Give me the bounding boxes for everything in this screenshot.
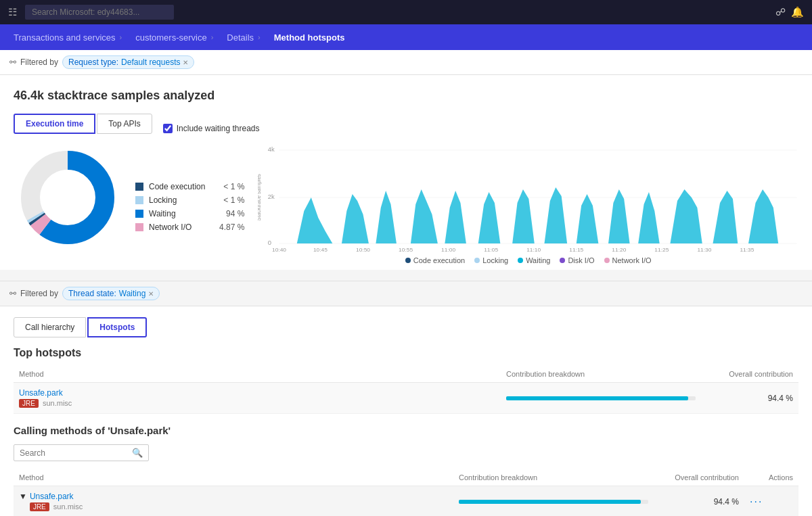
filter-tag-close[interactable]: ✕ — [183, 59, 188, 66]
svg-text:11:20: 11:20 — [612, 247, 627, 252]
svg-text:2k: 2k — [268, 193, 275, 200]
dot-locking — [474, 258, 480, 263]
legend-waiting: Waiting — [518, 256, 550, 264]
legend-disk-io: Disk I/O — [560, 256, 594, 264]
breadcrumb-label: customers-service — [135, 32, 206, 43]
breadcrumb-label: Method hotspots — [274, 32, 345, 43]
legend-item-locking: Locking < 1 % — [135, 195, 244, 205]
legend-label-waiting: Waiting — [149, 209, 205, 218]
label-waiting: Waiting — [526, 256, 550, 264]
svg-text:11:10: 11:10 — [527, 247, 541, 252]
include-waiting-threads-label: Include waiting threads — [177, 124, 260, 133]
filter-tag-close-2[interactable]: ✕ — [148, 290, 154, 298]
method-cell: Unsafe.park JRE sun.misc — [14, 383, 501, 414]
donut-svg — [14, 143, 122, 252]
chevron-icon: › — [211, 33, 214, 41]
search-input[interactable] — [25, 5, 174, 20]
actions-0[interactable]: ··· — [744, 486, 798, 517]
chat-icon[interactable]: ☍ — [775, 6, 786, 18]
tab-call-hierarchy[interactable]: Call hierarchy — [14, 317, 86, 337]
tab-execution-time[interactable]: Execution time — [14, 114, 95, 134]
request-type-filter-tag[interactable]: Request type: Default requests ✕ — [62, 55, 194, 69]
legend-code-exec: Code execution — [405, 256, 465, 264]
notification-icon[interactable]: 🔔 — [791, 6, 804, 18]
col-overall: Overall contribution — [704, 366, 798, 383]
chevron-icon: › — [120, 33, 122, 41]
search-icon: 🔍 — [132, 448, 143, 458]
filtered-by-label: Filtered by — [20, 57, 58, 67]
sub-tabs: Call hierarchy Hotspots — [14, 317, 798, 337]
dot-network-io — [604, 258, 610, 263]
contribution-cell — [501, 383, 704, 414]
progress-bar-container — [506, 396, 696, 400]
label-locking: Locking — [482, 256, 508, 264]
svg-text:10:45: 10:45 — [313, 247, 328, 252]
legend-item-code: Code execution < 1 % — [135, 182, 244, 191]
breadcrumb-label: Details — [227, 32, 254, 43]
legend-label-locking: Locking — [149, 195, 205, 205]
breadcrumb-customers-service[interactable]: customers-service › — [130, 32, 221, 43]
legend-color-network — [135, 223, 143, 231]
legend-locking: Locking — [474, 256, 508, 264]
legend-value-code: < 1 % — [210, 182, 244, 191]
method-sub-0: JRE sun.misc — [30, 502, 83, 511]
tab-top-apis[interactable]: Top APIs — [97, 114, 152, 134]
svg-text:11:15: 11:15 — [570, 247, 584, 252]
thread-state-filter-tag[interactable]: Thread state: Waiting ✕ — [62, 287, 160, 300]
package-0: sun.misc — [53, 502, 83, 511]
tab-hotspots[interactable]: Hotspots — [87, 317, 147, 337]
calling-col-method: Method — [14, 469, 453, 486]
method-name[interactable]: Unsafe.park — [19, 388, 495, 398]
calling-col-contribution: Contribution breakdown — [453, 469, 656, 486]
main-content: 46.4k stacktrace samples analyzed Execut… — [0, 75, 812, 270]
legend-color-waiting — [135, 210, 143, 218]
legend-value-network: 4.87 % — [210, 222, 244, 232]
donut-chart — [14, 143, 122, 252]
hotspot-title: Top hotspots — [14, 347, 798, 359]
svg-text:11:00: 11:00 — [442, 247, 456, 252]
svg-text:10:50: 10:50 — [356, 247, 370, 252]
calling-header-row: Method Contribution breakdown Overall co… — [14, 469, 798, 486]
filter-tag-label-2: Thread state: — [68, 289, 116, 298]
legend-item-waiting: Waiting 94 % — [135, 209, 244, 218]
breadcrumb-method-hotspots[interactable]: Method hotspots — [269, 32, 353, 43]
legend-label-code: Code execution — [149, 182, 205, 191]
filter-tag-waiting[interactable]: Waiting — [119, 289, 146, 298]
col-method: Method — [14, 366, 501, 383]
chart-bottom-legend: Code execution Locking Waiting Disk I/O … — [258, 256, 798, 264]
filter-icon-2: ⚯ — [9, 289, 16, 298]
actions-menu-0[interactable]: ··· — [750, 496, 763, 507]
filter-tag-label: Request type: — [68, 57, 118, 67]
calling-title: Calling methods of 'Unsafe.park' — [14, 425, 798, 436]
filter-bar-1: ⚯ Filtered by Request type: Default requ… — [0, 50, 812, 75]
breadcrumb: Transactions and services › customers-se… — [0, 24, 812, 50]
svg-text:Stacktrace samples: Stacktrace samples — [258, 174, 262, 221]
calling-col-overall: Overall contribution — [656, 469, 744, 486]
filtered-by-label-2: Filtered by — [20, 289, 58, 298]
svg-text:11:30: 11:30 — [698, 247, 712, 252]
hotspot-section: Call hierarchy Hotspots Top hotspots Met… — [0, 306, 812, 425]
dot-code-exec — [405, 258, 411, 263]
search-wrap: 🔍 — [14, 444, 149, 461]
grid-icon[interactable]: ☷ — [8, 6, 17, 18]
breadcrumb-transactions[interactable]: Transactions and services › — [8, 32, 130, 43]
label-code-exec: Code execution — [413, 256, 465, 264]
calling-col-actions: Actions — [744, 469, 798, 486]
expand-icon-0[interactable]: ▼ — [19, 492, 27, 501]
calling-methods-section: Calling methods of 'Unsafe.park' 🔍 Metho… — [0, 425, 812, 516]
breadcrumb-details[interactable]: Details › — [221, 32, 268, 43]
bar-cell-0 — [453, 486, 656, 517]
search-input-calling[interactable] — [20, 448, 132, 458]
include-waiting-threads-checkbox[interactable] — [163, 124, 173, 133]
label-disk-io: Disk I/O — [568, 256, 594, 264]
dot-disk-io — [560, 258, 565, 263]
method-name-0[interactable]: Unsafe.park — [30, 492, 83, 501]
filter-bar-2: ⚯ Filtered by Thread state: Waiting ✕ — [0, 281, 812, 306]
legend-value-locking: < 1 % — [210, 195, 244, 205]
svg-text:10:40: 10:40 — [272, 247, 286, 252]
legend-value-waiting: 94 % — [210, 209, 244, 218]
tag-0: JRE — [30, 502, 49, 511]
breadcrumb-label: Transactions and services — [14, 32, 116, 43]
area-chart: 4k 2k 0 Stacktrace samples 10:40 10:45 1… — [258, 143, 798, 270]
filter-tag-link[interactable]: Default requests — [121, 57, 180, 67]
